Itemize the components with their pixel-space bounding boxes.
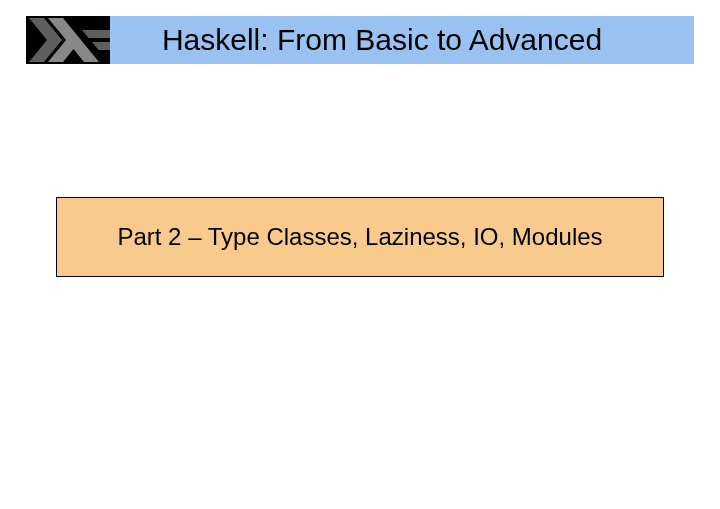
subtitle-box: Part 2 – Type Classes, Laziness, IO, Mod… [56, 197, 664, 277]
haskell-logo-icon [26, 16, 110, 64]
slide-title: Haskell: From Basic to Advanced [110, 23, 694, 57]
title-bar: Haskell: From Basic to Advanced [26, 16, 694, 64]
slide-subtitle: Part 2 – Type Classes, Laziness, IO, Mod… [117, 223, 602, 251]
